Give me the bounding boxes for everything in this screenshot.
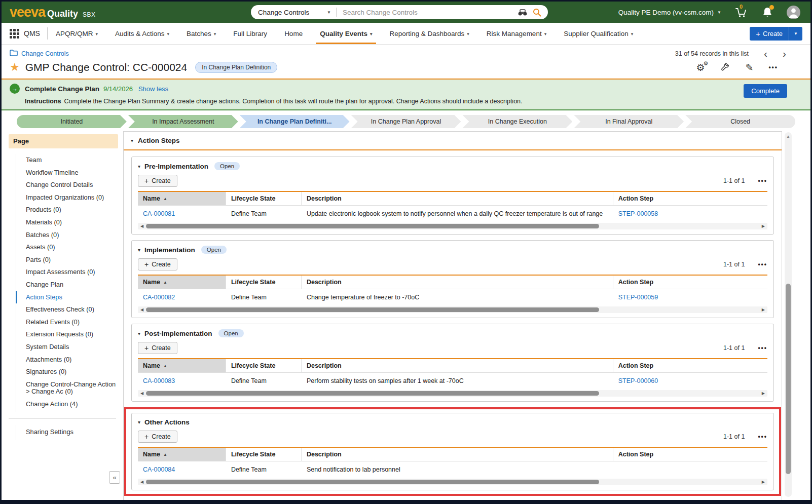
sidebar-item-change-control-change-action[interactable]: Change Control-Change Action > Change Ac… bbox=[16, 378, 118, 398]
column-header-name[interactable]: Name▲ bbox=[138, 448, 226, 461]
caret-down-icon[interactable]: ▾ bbox=[131, 138, 133, 143]
column-header-description[interactable]: Description bbox=[302, 448, 613, 461]
app-launcher-icon[interactable] bbox=[10, 29, 19, 38]
sidebar-item-system-details[interactable]: System Details bbox=[16, 341, 118, 354]
caret-down-icon[interactable]: ▾ bbox=[138, 331, 140, 336]
nav-item-audits-actions[interactable]: Audits & Actions▾ bbox=[115, 23, 169, 44]
scrollbar-thumb[interactable] bbox=[146, 391, 599, 396]
nav-item-quality-events[interactable]: Quality Events▾ bbox=[320, 23, 372, 44]
nav-item-apqr-qmr[interactable]: APQR/QMR▾ bbox=[56, 23, 98, 44]
favorite-star-icon[interactable]: ★ bbox=[10, 62, 20, 73]
scroll-left-icon[interactable]: ◀ bbox=[138, 391, 146, 396]
sidebar-item-parts[interactable]: Parts (0) bbox=[16, 254, 118, 266]
sidebar-item-effectiveness-check[interactable]: Effectiveness Check (0) bbox=[16, 303, 118, 316]
more-actions-icon[interactable]: ••• bbox=[758, 433, 767, 440]
scroll-right-icon[interactable]: ▶ bbox=[759, 307, 767, 312]
binoculars-icon[interactable] bbox=[518, 9, 528, 16]
scrollbar-thumb[interactable] bbox=[146, 307, 599, 312]
scrollbar-thumb[interactable] bbox=[786, 284, 791, 474]
more-actions-icon[interactable]: ••• bbox=[758, 344, 767, 352]
sidebar-item-materials[interactable]: Materials (0) bbox=[16, 216, 118, 229]
nav-item-risk-management[interactable]: Risk Management▾ bbox=[487, 23, 546, 44]
pencil-icon[interactable]: ✎ bbox=[745, 62, 753, 73]
scrollbar-thumb[interactable] bbox=[146, 480, 599, 484]
action-step-link[interactable]: STEP-000060 bbox=[618, 377, 658, 384]
create-dropdown-button[interactable]: ▼ bbox=[789, 27, 802, 41]
sidebar-item-workflow-timeline[interactable]: Workflow Timeline bbox=[16, 167, 118, 179]
sidebar-item-extension-requests[interactable]: Extension Requests (0) bbox=[16, 328, 118, 341]
create-action-button[interactable]: +Create bbox=[138, 258, 177, 270]
sidebar-item-sharing-settings[interactable]: Sharing Settings bbox=[16, 426, 118, 439]
more-actions-icon[interactable]: ••• bbox=[758, 261, 767, 268]
column-header-description[interactable]: Description bbox=[302, 276, 613, 289]
nav-item-supplier-qualification[interactable]: Supplier Qualification▾ bbox=[564, 23, 633, 44]
create-action-button[interactable]: +Create bbox=[138, 431, 177, 443]
sidebar-item-attachments[interactable]: Attachments (0) bbox=[16, 354, 118, 366]
caret-down-icon[interactable]: ▾ bbox=[138, 419, 140, 425]
scroll-right-icon[interactable]: ▶ bbox=[759, 480, 767, 484]
chevron-right-icon[interactable]: › bbox=[783, 50, 786, 57]
nav-item-reporting-dashboards[interactable]: Reporting & Dashboards▾ bbox=[389, 23, 469, 44]
caret-down-icon[interactable]: ▾ bbox=[138, 247, 140, 253]
scroll-right-icon[interactable]: ▶ bbox=[759, 391, 767, 396]
column-header-description[interactable]: Description bbox=[302, 192, 613, 206]
complete-button[interactable]: Complete bbox=[744, 84, 787, 98]
column-header-name[interactable]: Name▲ bbox=[138, 276, 226, 289]
column-header-action-step[interactable]: Action Step bbox=[613, 359, 767, 373]
more-actions-icon[interactable]: ••• bbox=[758, 177, 767, 184]
horizontal-scrollbar[interactable]: ◀ ▶ bbox=[138, 223, 767, 229]
column-header-lifecycle-state[interactable]: Lifecycle State bbox=[226, 448, 302, 461]
horizontal-scrollbar[interactable]: ◀ ▶ bbox=[138, 306, 767, 313]
record-link[interactable]: CA-000081 bbox=[143, 210, 175, 217]
breadcrumb[interactable]: Change Controls bbox=[10, 49, 69, 58]
horizontal-scrollbar[interactable]: ◀ ▶ bbox=[138, 390, 767, 397]
sidebar-item-change-action[interactable]: Change Action (4) bbox=[16, 398, 118, 411]
scroll-up-icon[interactable]: ▲ bbox=[785, 134, 792, 139]
avatar[interactable] bbox=[787, 6, 800, 19]
scroll-left-icon[interactable]: ◀ bbox=[138, 224, 146, 228]
caret-down-icon[interactable]: ▾ bbox=[138, 164, 140, 169]
user-account-menu[interactable]: Quality PE Demo (vv-csm.com) ▼ bbox=[618, 9, 721, 16]
sidebar-item-change-control-details[interactable]: Change Control Details bbox=[16, 179, 118, 191]
search-input[interactable] bbox=[337, 9, 518, 16]
search-icon[interactable] bbox=[533, 8, 541, 17]
column-header-lifecycle-state[interactable]: Lifecycle State bbox=[226, 276, 302, 289]
show-less-link[interactable]: Show less bbox=[138, 85, 168, 93]
column-header-action-step[interactable]: Action Step bbox=[613, 448, 767, 461]
column-header-lifecycle-state[interactable]: Lifecycle State bbox=[226, 192, 302, 206]
sidebar-item-batches[interactable]: Batches (0) bbox=[16, 229, 118, 242]
column-header-description[interactable]: Description bbox=[302, 359, 613, 373]
nav-item-batches[interactable]: Batches▾ bbox=[187, 23, 216, 44]
record-link[interactable]: CA-000082 bbox=[143, 294, 175, 301]
column-header-action-step[interactable]: Action Step bbox=[613, 276, 767, 289]
sidebar-item-related-events[interactable]: Related Events (0) bbox=[16, 316, 118, 329]
nav-item-full-library[interactable]: Full Library bbox=[233, 23, 267, 44]
sidebar-item-assets[interactable]: Assets (0) bbox=[16, 241, 118, 254]
nav-item-home[interactable]: Home bbox=[284, 23, 303, 44]
create-action-button[interactable]: +Create bbox=[138, 175, 177, 187]
sidebar-item-signatures[interactable]: Signatures (0) bbox=[16, 366, 118, 378]
scrollbar-thumb[interactable] bbox=[146, 224, 599, 228]
record-link[interactable]: CA-000083 bbox=[143, 377, 175, 384]
sidebar-item-change-plan[interactable]: Change Plan bbox=[16, 279, 118, 291]
bell-icon[interactable] bbox=[762, 6, 773, 18]
chevron-left-icon[interactable]: ‹ bbox=[764, 50, 767, 57]
action-step-link[interactable]: STEP-000059 bbox=[618, 294, 658, 301]
scroll-left-icon[interactable]: ◀ bbox=[138, 307, 146, 312]
sidebar-item-impacted-organizations[interactable]: Impacted Organizations (0) bbox=[16, 191, 118, 204]
horizontal-scrollbar[interactable]: ◀ ▶ bbox=[138, 479, 767, 485]
create-button[interactable]: +Create bbox=[750, 27, 789, 41]
cart-icon[interactable]: 0 bbox=[735, 6, 748, 19]
create-action-button[interactable]: +Create bbox=[138, 342, 177, 354]
app-label[interactable]: QMS bbox=[24, 29, 40, 37]
sidebar-item-products[interactable]: Products (0) bbox=[16, 204, 118, 216]
vertical-scrollbar[interactable]: ▲ bbox=[785, 132, 792, 497]
scroll-right-icon[interactable]: ▶ bbox=[759, 224, 767, 228]
sidebar-item-impact-assessments[interactable]: Impact Assessments (0) bbox=[16, 266, 118, 279]
search-scope-select[interactable]: Change Controls ▼ bbox=[251, 9, 336, 16]
sidebar-item-action-steps[interactable]: Action Steps bbox=[16, 291, 118, 304]
column-header-lifecycle-state[interactable]: Lifecycle State bbox=[226, 359, 302, 373]
wrench-icon[interactable] bbox=[720, 62, 730, 72]
more-actions-icon[interactable]: ••• bbox=[768, 64, 778, 71]
gear-icon[interactable]: ⚙⚙ bbox=[696, 63, 705, 72]
